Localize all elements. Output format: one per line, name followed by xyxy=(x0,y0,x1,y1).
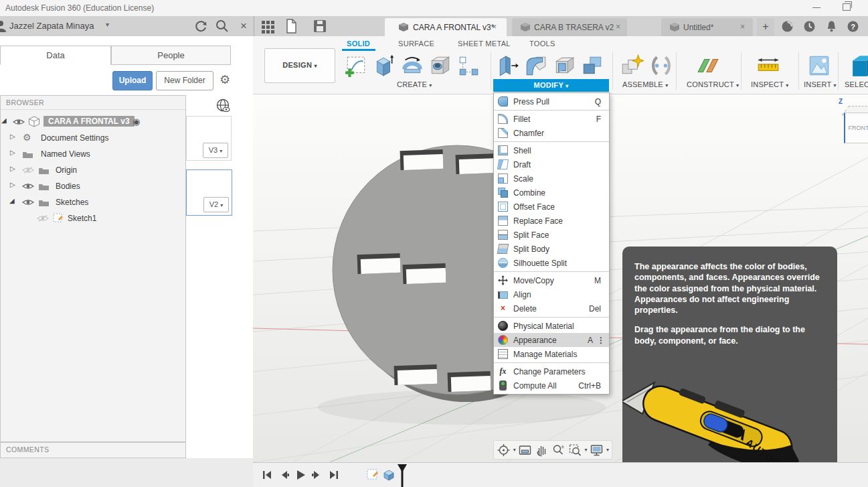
display-chevron-icon[interactable]: ▾ xyxy=(606,447,609,453)
eye-visible-icon[interactable] xyxy=(13,118,25,126)
zoom-icon[interactable]: ± xyxy=(551,443,566,457)
zoom-window-icon[interactable] xyxy=(568,443,582,457)
timeline-position-marker[interactable] xyxy=(396,464,408,487)
orbit-chevron-icon[interactable]: ▾ xyxy=(513,447,516,453)
ribbon-tab-surface[interactable]: SURFACE xyxy=(398,40,434,48)
file-menu-icon[interactable] xyxy=(284,18,300,34)
menu-item-physical-material[interactable]: Physical Material xyxy=(494,319,609,333)
ribbon-tab-solid[interactable]: SOLID xyxy=(347,40,370,48)
menu-item-delete[interactable]: ×DeleteDel xyxy=(494,301,609,316)
browser-row-named-views[interactable]: ▷ Named Views xyxy=(1,146,185,162)
ribbon-tab-tools[interactable]: TOOLS xyxy=(529,40,555,48)
browser-row-sketches[interactable]: ◢ Sketches xyxy=(1,194,185,210)
eye-hidden-icon[interactable] xyxy=(37,214,49,222)
tree-expanded-icon[interactable]: ◢ xyxy=(9,197,15,204)
menu-item-silhouette-split[interactable]: Silhouette Split xyxy=(494,256,609,270)
menu-item-chamfer[interactable]: Chamfer xyxy=(494,126,609,140)
notifications-bell-icon[interactable] xyxy=(825,20,838,33)
workspace-selector[interactable]: DESIGN ▾ xyxy=(264,48,335,83)
eye-visible-icon[interactable] xyxy=(22,198,34,206)
document-tab-cara-a-frontal[interactable]: CARA A FRONTAL v3* × xyxy=(385,18,507,36)
timeline-sketch-feature-icon[interactable] xyxy=(367,469,379,481)
upload-button[interactable]: Upload xyxy=(112,71,153,90)
display-settings-icon[interactable] xyxy=(590,443,604,457)
menu-item-shell[interactable]: Shell xyxy=(494,143,609,157)
version-dropdown[interactable]: V2 ▾ xyxy=(203,197,229,212)
revolve-icon[interactable] xyxy=(400,54,424,78)
group-label-assemble[interactable]: ASSEMBLE ▾ xyxy=(622,80,668,88)
timeline-skip-end-icon[interactable] xyxy=(328,469,340,481)
timeline-skip-start-icon[interactable] xyxy=(261,469,273,481)
ribbon-tab-sheet-metal[interactable]: SHEET METAL xyxy=(458,40,511,48)
file-card-selected[interactable]: V2 ▾ xyxy=(186,169,232,216)
construct-plane-icon[interactable] xyxy=(696,54,720,78)
tree-collapsed-icon[interactable]: ▷ xyxy=(10,165,15,172)
hole-icon[interactable] xyxy=(428,54,452,78)
menu-item-split-face[interactable]: Split Face xyxy=(494,228,609,242)
tree-collapsed-icon[interactable]: ▷ xyxy=(10,133,15,140)
menu-item-align[interactable]: Align xyxy=(494,287,609,301)
tree-collapsed-icon[interactable]: ▷ xyxy=(10,149,15,156)
close-tab-icon[interactable]: × xyxy=(740,22,745,31)
joint-icon[interactable] xyxy=(649,54,673,78)
job-status-clock-icon[interactable] xyxy=(803,20,816,33)
comments-header[interactable]: COMMENTS xyxy=(1,443,185,456)
file-card[interactable]: V3 ▾ xyxy=(186,116,232,161)
new-component-icon[interactable] xyxy=(620,54,644,78)
insert-image-icon[interactable] xyxy=(807,54,831,78)
overflow-menu-icon[interactable]: ⋮ xyxy=(597,336,605,345)
menu-item-draft[interactable]: Draft xyxy=(494,157,609,171)
tab-data[interactable]: Data xyxy=(0,46,111,65)
new-folder-button[interactable]: New Folder xyxy=(156,71,213,90)
eye-hidden-icon[interactable] xyxy=(22,166,34,174)
extrude-icon[interactable] xyxy=(372,54,396,78)
look-at-icon[interactable] xyxy=(518,443,532,457)
menu-item-manage-materials[interactable]: Manage Materials xyxy=(494,347,609,361)
group-label-construct[interactable]: CONSTRUCT ▾ xyxy=(687,80,739,88)
group-label-select[interactable]: SELECT ▾ xyxy=(845,80,868,88)
help-icon[interactable]: ? xyxy=(847,20,859,33)
browser-row-bodies[interactable]: ▷ Bodies xyxy=(1,178,185,194)
browser-root-label[interactable]: CARA A FRONTAL v3 xyxy=(44,116,135,127)
zoom-window-chevron-icon[interactable]: ▾ xyxy=(584,447,587,453)
menu-item-compute-all[interactable]: Compute AllCtrl+B xyxy=(494,378,609,393)
data-settings-gear-icon[interactable]: ⚙ xyxy=(217,71,233,88)
refresh-icon[interactable] xyxy=(193,18,209,34)
group-label-insert[interactable]: INSERT ▾ xyxy=(804,80,837,88)
menu-item-move-copy[interactable]: Move/CopyM xyxy=(494,273,609,287)
menu-item-replace-face[interactable]: Replace Face xyxy=(494,214,609,228)
tab-people[interactable]: People xyxy=(111,46,231,65)
browser-row-document-settings[interactable]: ▷ ⚙ Document Settings xyxy=(1,130,185,146)
document-tab-cara-b-trasera[interactable]: CARA B TRASERA v2 × xyxy=(512,18,627,36)
menu-item-change-parameters[interactable]: fxChange Parameters xyxy=(494,364,609,378)
document-tab-untitled[interactable]: Untitled* × xyxy=(661,18,753,36)
menu-item-combine[interactable]: Combine xyxy=(494,186,609,200)
user-menu[interactable]: Jazzel Zapata Minaya xyxy=(9,21,94,31)
project-visibility-globe-icon[interactable] xyxy=(215,98,232,114)
browser-row-origin[interactable]: ▷ Origin xyxy=(1,162,185,178)
measure-icon[interactable] xyxy=(756,54,780,78)
viewcube-front-face[interactable]: FRONT xyxy=(844,113,868,143)
version-dropdown[interactable]: V3 ▾ xyxy=(203,143,228,158)
app-grid-icon[interactable] xyxy=(260,18,276,34)
press-pull-large-icon[interactable] xyxy=(496,54,520,78)
activate-component-icon[interactable]: ◉ xyxy=(133,117,140,127)
timeline-step-back-icon[interactable] xyxy=(278,469,290,481)
minimize-button[interactable]: — xyxy=(806,3,827,13)
select-icon[interactable] xyxy=(851,54,868,78)
fillet-large-icon[interactable] xyxy=(524,54,548,78)
timeline-extrude-feature-icon[interactable] xyxy=(383,469,395,481)
menu-item-scale[interactable]: Scale xyxy=(494,171,609,186)
user-chevron-icon[interactable]: ▾ xyxy=(106,21,109,28)
eye-visible-icon[interactable] xyxy=(22,182,34,190)
menu-item-press-pull[interactable]: Press PullQ xyxy=(494,94,609,109)
close-tab-icon[interactable]: × xyxy=(616,22,620,31)
close-search-icon[interactable]: × xyxy=(236,18,252,34)
menu-item-appearance[interactable]: AppearanceA⋮ xyxy=(494,333,609,347)
pattern-icon[interactable] xyxy=(456,54,481,78)
restore-button[interactable] xyxy=(843,3,851,11)
combine-large-icon[interactable] xyxy=(580,54,604,78)
group-header-modify[interactable]: MODIFY ▾ xyxy=(493,79,609,92)
timeline-play-icon[interactable] xyxy=(294,469,307,481)
view-cube[interactable]: Z FRONT xyxy=(839,98,868,146)
